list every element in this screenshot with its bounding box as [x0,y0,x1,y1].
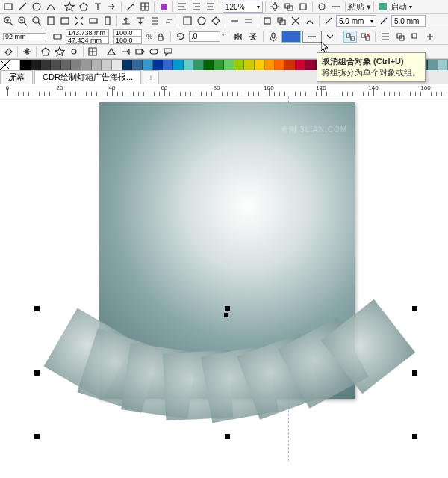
zoom-all-icon[interactable] [72,15,86,27]
gear-icon[interactable] [268,1,281,13]
effect-icon[interactable] [261,15,274,27]
align-icon[interactable] [379,31,392,43]
color-swatch[interactable] [41,60,52,70]
color-swatch[interactable] [224,60,234,70]
color-swatch[interactable] [61,60,72,70]
height-field[interactable]: 47.434 mm [66,37,109,44]
scale-x-field[interactable]: 100.0 [113,29,142,37]
pen-icon[interactable] [377,15,391,27]
color-swatch[interactable] [296,60,306,70]
line-icon[interactable] [16,1,29,13]
color-swatch[interactable] [265,60,276,70]
sparkle-icon[interactable] [20,46,34,58]
order-icon[interactable] [148,15,161,27]
color-swatch[interactable] [173,60,184,70]
color-swatch[interactable] [163,60,173,70]
grid-icon[interactable] [138,1,152,13]
color-swatch[interactable] [10,60,21,70]
swatch-none[interactable] [0,60,10,70]
chevron-down-icon[interactable] [323,31,337,43]
color-swatch[interactable] [20,60,31,70]
align-icon[interactable] [190,1,203,13]
selection-handle[interactable] [34,306,40,311]
shape-icon[interactable] [119,46,132,58]
combine-icon[interactable] [393,31,407,43]
knife-icon[interactable] [124,1,137,13]
curve-icon[interactable] [44,1,57,13]
color-swatch[interactable] [122,60,133,70]
zoom-in-icon[interactable] [1,15,15,27]
canvas[interactable]: 素网 3LIAN.COM [0,96,448,461]
gear-icon[interactable] [329,1,343,13]
order-icon[interactable] [162,15,175,27]
ungroup-button[interactable] [343,31,357,43]
add-icon[interactable] [423,31,437,43]
selection-handle[interactable] [225,434,230,439]
shape-icon[interactable] [147,46,161,58]
color-swatch[interactable] [92,60,102,70]
snap-icon[interactable] [181,15,194,27]
arrow-icon[interactable] [105,1,119,13]
color-swatch[interactable] [71,60,81,70]
color-swatch[interactable] [438,60,448,70]
poly-icon[interactable] [39,46,52,58]
color-swatch[interactable] [285,60,296,70]
effect-icon[interactable] [289,15,302,27]
snap-icon[interactable] [195,15,208,27]
scale-y-field[interactable]: 100.0 [113,37,142,44]
color-swatch[interactable] [305,60,316,70]
outline-icon[interactable] [228,15,241,27]
group-icon[interactable] [282,1,296,13]
color-swatch[interactable] [132,60,143,70]
snap-icon[interactable] [209,15,223,27]
bucket-icon[interactable] [1,46,15,58]
gear-icon[interactable] [67,46,81,58]
lock-ratio-icon[interactable] [154,31,167,43]
paste-dropdown[interactable]: 粘贴 ▾ [348,1,371,13]
color-swatch[interactable] [214,60,224,70]
color-swatch[interactable] [51,60,61,70]
rotate-icon[interactable] [174,31,187,43]
color-swatch[interactable] [31,60,41,70]
mirror-v-icon[interactable] [246,31,260,43]
selection-handle[interactable] [412,306,417,311]
tab-document[interactable]: CDR绘制灯箱广告海报... [34,70,141,84]
color-swatch[interactable] [81,60,92,70]
fill-preview[interactable] [281,31,301,43]
zoom-fit-icon[interactable] [30,15,43,27]
star-icon[interactable] [53,46,66,58]
rect-icon[interactable] [1,1,15,13]
combine-icon[interactable] [408,31,422,43]
width-field[interactable]: 143.738 mm [66,29,109,37]
zoom-icon[interactable] [101,15,114,27]
selection-handle[interactable] [34,434,40,439]
color-swatch[interactable] [193,60,204,70]
mic-icon[interactable] [267,31,280,43]
selection-handle[interactable] [412,434,417,439]
color-swatch[interactable] [275,60,285,70]
zoom-field[interactable]: 120%▾ [223,1,263,13]
text-icon[interactable] [91,1,105,13]
color-swatch[interactable] [143,60,153,70]
grid-icon[interactable] [86,46,99,58]
align-icon[interactable] [175,1,189,13]
selection-handle[interactable] [412,370,417,376]
order-icon[interactable] [134,15,147,27]
selection-handle[interactable] [34,370,40,376]
color-swatch[interactable] [244,60,255,70]
selection-handle[interactable] [225,306,230,311]
color-swatch[interactable] [234,60,245,70]
gear-icon[interactable] [296,1,310,13]
color-swatch[interactable] [102,60,112,70]
fill-icon[interactable] [157,1,170,13]
color-swatch[interactable] [112,60,122,70]
stroke-width-field[interactable]: 5.0 mm [391,15,426,27]
color-swatch[interactable] [255,60,265,70]
outline-preview[interactable] [302,31,322,43]
mirror-h-icon[interactable] [231,31,245,43]
poly-icon[interactable] [77,1,90,13]
zoom-out-icon[interactable] [16,15,29,27]
zoom-page-icon[interactable] [44,15,57,27]
zoom-sel-icon[interactable] [58,15,72,27]
callout-icon[interactable] [161,46,175,58]
